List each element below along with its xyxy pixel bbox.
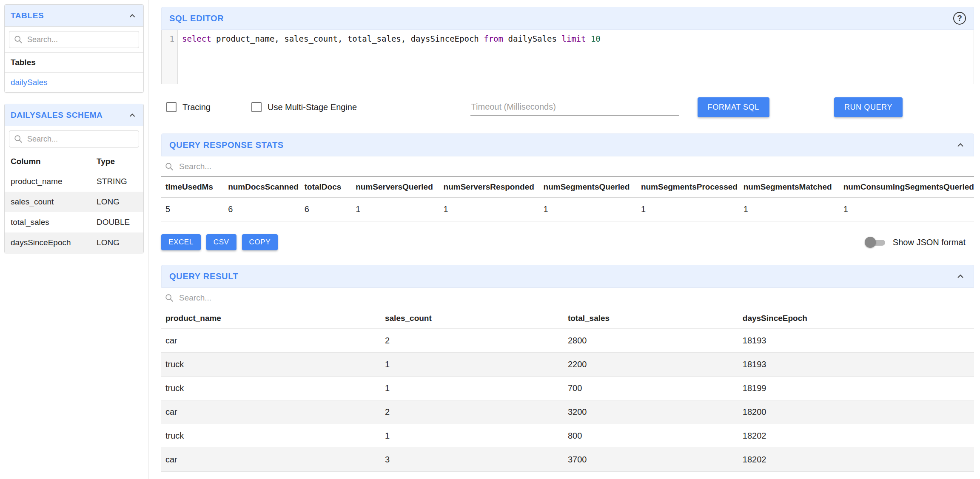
result-column-header[interactable]: total_sales: [564, 308, 738, 329]
tables-search-input[interactable]: [26, 35, 134, 45]
stats-cell: 1: [439, 198, 539, 221]
result-cell: car: [161, 400, 381, 424]
chevron-up-icon[interactable]: [127, 11, 137, 21]
export-row: EXCEL CSV COPY Show JSON format: [161, 234, 974, 250]
schema-search-box[interactable]: [9, 130, 139, 147]
chevron-up-icon[interactable]: [127, 110, 137, 120]
chevron-up-icon[interactable]: [955, 271, 966, 282]
table-row: total_sales DOUBLE: [5, 212, 143, 232]
result-header-row: product_name sales_count total_sales day…: [161, 308, 974, 329]
result-cell: 2200: [564, 353, 738, 377]
table-row: 5 6 6 1 1 1 1 1 1: [161, 198, 974, 221]
format-sql-button[interactable]: FORMAT SQL: [698, 97, 769, 117]
table-row: truck 1 2200 18193: [161, 353, 974, 377]
copy-button[interactable]: COPY: [242, 234, 278, 250]
result-column-header[interactable]: product_name: [161, 308, 381, 329]
tracing-checkbox[interactable]: Tracing: [166, 102, 211, 112]
result-column-header[interactable]: daysSinceEpoch: [738, 308, 974, 329]
sql-editor-header: SQL EDITOR ?: [161, 7, 974, 30]
search-icon: [165, 293, 174, 303]
schema-panel: DAILYSALES SCHEMA Column Type: [4, 104, 144, 253]
stats-column-header[interactable]: numSegmentsQueried: [539, 177, 637, 198]
schema-type-header[interactable]: Type: [91, 152, 143, 171]
multi-stage-checkbox[interactable]: Use Multi-Stage Engine: [251, 102, 357, 112]
excel-button[interactable]: EXCEL: [161, 234, 201, 250]
sql-query-text[interactable]: select product_name, sales_count, total_…: [178, 30, 601, 84]
result-cell: truck: [161, 353, 381, 377]
result-cell: 3200: [564, 400, 738, 424]
run-query-button[interactable]: RUN QUERY: [834, 97, 903, 117]
timeout-input[interactable]: [470, 99, 679, 116]
stats-column-header[interactable]: timeUsedMs: [161, 177, 224, 198]
stats-search-input[interactable]: [178, 162, 971, 172]
app-root: TABLES Tables dailySales DA: [0, 0, 980, 479]
toggle-thumb[interactable]: [865, 237, 876, 248]
schema-table: Column Type product_name STRING sales_co…: [5, 152, 143, 253]
result-cell: 1: [381, 377, 564, 400]
tables-panel-header[interactable]: TABLES: [5, 5, 143, 27]
stats-column-header[interactable]: numSegmentsProcessed: [637, 177, 739, 198]
result-cell: 1: [381, 353, 564, 377]
result-cell: car: [161, 329, 381, 353]
result-cell: 18193: [738, 329, 974, 353]
stats-column-header[interactable]: numSegmentsMatched: [739, 177, 839, 198]
result-cell: truck: [161, 424, 381, 448]
stats-column-header[interactable]: numServersQueried: [351, 177, 439, 198]
json-toggle-label: Show JSON format: [893, 238, 966, 247]
table-row: sales_count LONG: [5, 192, 143, 212]
table-row: truck 1 800 18202: [161, 424, 974, 448]
tables-search: [5, 27, 143, 53]
table-row: car 3 3700 18202: [161, 448, 974, 472]
schema-column-header[interactable]: Column: [5, 152, 91, 171]
result-search-input[interactable]: [178, 293, 971, 303]
result-cell: 18193: [738, 353, 974, 377]
checkbox-icon[interactable]: [251, 102, 262, 112]
result-cell: 800: [564, 424, 738, 448]
result-search: [161, 288, 974, 308]
stats-cell: 1: [351, 198, 439, 221]
query-response-stats-panel: QUERY RESPONSE STATS timeUsedMs: [161, 133, 974, 221]
stats-panel-header[interactable]: QUERY RESPONSE STATS: [161, 133, 974, 156]
stats-panel-title: QUERY RESPONSE STATS: [169, 140, 284, 150]
sql-limit-value: 10: [586, 34, 600, 43]
schema-column-name: sales_count: [5, 192, 91, 212]
stats-cell: 1: [839, 198, 974, 221]
table-row: product_name STRING: [5, 171, 143, 192]
schema-column-type: STRING: [91, 171, 143, 192]
sql-table-name: dailySales: [503, 34, 561, 43]
search-icon: [165, 162, 174, 171]
table-row: car 2 3200 18200: [161, 400, 974, 424]
sql-editor[interactable]: 1 select product_name, sales_count, tota…: [161, 30, 974, 84]
tracing-label: Tracing: [182, 102, 211, 112]
result-cell: 700: [564, 377, 738, 400]
result-panel-header[interactable]: QUERY RESULT: [161, 265, 974, 288]
table-link-dailysales[interactable]: dailySales: [11, 78, 48, 87]
timeout-field: [470, 99, 679, 116]
json-format-toggle-group: Show JSON format: [865, 236, 974, 248]
stats-column-header[interactable]: totalDocs: [300, 177, 351, 198]
stats-column-header[interactable]: numServersResponded: [439, 177, 539, 198]
json-format-toggle[interactable]: [865, 236, 887, 248]
result-cell: 3: [381, 448, 564, 472]
schema-column-name: product_name: [5, 171, 91, 192]
result-cell: 18202: [738, 448, 974, 472]
sql-select-list: product_name, sales_count, total_sales, …: [211, 34, 484, 43]
stats-cell: 1: [739, 198, 839, 221]
help-icon[interactable]: ?: [953, 12, 966, 25]
tables-search-box[interactable]: [9, 31, 139, 48]
stats-column-header[interactable]: numConsumingSegmentsQueried: [839, 177, 974, 198]
result-column-header[interactable]: sales_count: [381, 308, 564, 329]
chevron-up-icon[interactable]: [955, 139, 966, 150]
checkbox-icon[interactable]: [166, 102, 177, 112]
result-cell: 18202: [738, 424, 974, 448]
schema-panel-header[interactable]: DAILYSALES SCHEMA: [5, 104, 143, 126]
schema-search-input[interactable]: [26, 134, 134, 144]
csv-button[interactable]: CSV: [206, 234, 236, 250]
editor-line-number: 1: [162, 30, 178, 84]
stats-column-header[interactable]: numDocsScanned: [224, 177, 300, 198]
result-cell: 1: [381, 424, 564, 448]
query-result-panel: QUERY RESULT product_name sales_: [161, 265, 974, 472]
stats-table: timeUsedMs numDocsScanned totalDocs numS…: [161, 177, 974, 221]
stats-cell: 6: [224, 198, 300, 221]
stats-cell: 6: [300, 198, 351, 221]
